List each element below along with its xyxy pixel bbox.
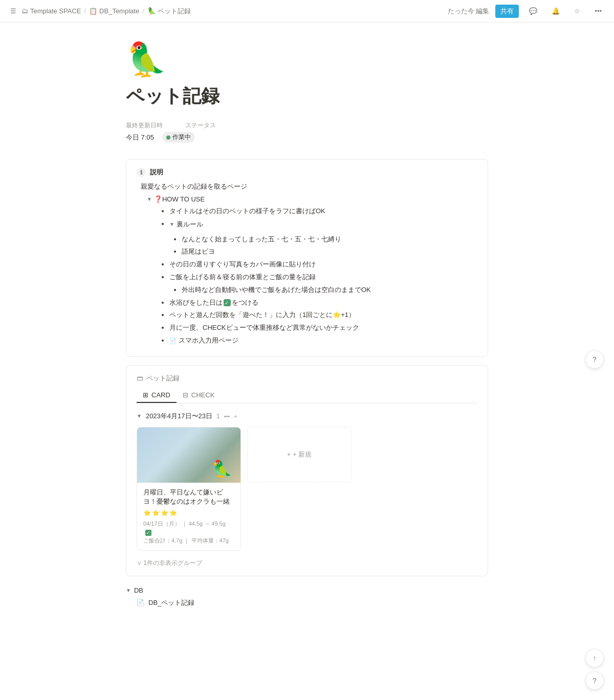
food-sub-item: 外出時など自動飼いや機でご飯をあげた場合は空白のままでOK (182, 285, 477, 296)
ura-item-1: なんとなく始まってしまった五・七・五・七・七縛り (182, 234, 477, 245)
group-count: 1 (216, 413, 220, 420)
comment-icon: 💬 (529, 7, 537, 15)
how-to-use-section: ▼ ❓HOW TO USE タイトルはその日のペットの様子をラフに書けばOK ▼… (147, 195, 477, 346)
topbar-right: たった今 編集 共有 💬 🔔 ☆ ••• (448, 5, 606, 18)
group-arrow: ▼ (137, 413, 142, 419)
list-item-ura: ▼ 裏ルール なんとなく始まってしまった五・七・五・七・七縛り 語尾はビヨ (169, 219, 477, 257)
main-content: 🦜 ペット記録 最終更新日時 ステータス 今日 7:05 作業中 ℹ 説明 親愛… (77, 22, 537, 628)
last-updated-value[interactable]: 今日 7:05 (126, 133, 154, 142)
hidden-groups-arrow: ∨ (137, 559, 142, 567)
pet-records-icon: 🗃 (137, 374, 143, 382)
properties-section: 最終更新日時 ステータス 今日 7:05 作業中 (126, 121, 488, 143)
star-4: ⭐ (169, 509, 177, 516)
list-item-food: ご飯を上げる前＆寝る前の体重とご飯の量を記録 外出時など自動飼いや機でご飯をあげ… (169, 272, 477, 296)
menu-icon[interactable]: ☰ (8, 5, 18, 17)
db-link-label: DB_ペット記録 (148, 598, 194, 607)
db-toggle[interactable]: ▼ DB (126, 586, 488, 594)
more-button[interactable]: ••• (590, 5, 606, 17)
tab-check[interactable]: ⊟ CHECK (177, 388, 221, 403)
help-mid-button[interactable]: ? (585, 350, 604, 369)
card-food: ご飯合計：4.7g (143, 537, 182, 544)
bell-button[interactable]: 🔔 (547, 5, 564, 17)
group-more[interactable]: ••• (224, 413, 230, 419)
ura-rule-toggle[interactable]: ▼ 裏ルール (169, 219, 203, 230)
card-image-1 (137, 427, 240, 483)
breadcrumb-db-template[interactable]: 📋 DB_Template (89, 7, 139, 15)
breadcrumb-pet-label: ペット記録 (158, 7, 191, 16)
hidden-groups[interactable]: ∨ 1件の非表示グループ (137, 559, 477, 568)
comment-button[interactable]: 💬 (525, 5, 541, 17)
group-add[interactable]: + (234, 413, 237, 419)
how-to-use-toggle[interactable]: ▼ ❓HOW TO USE (147, 195, 477, 203)
plus-icon: + (287, 450, 291, 458)
how-to-use-list: タイトルはその日のペットの様子をラフに書けばOK ▼ 裏ルール なんとなく始まっ… (169, 206, 477, 346)
help-bottom-button[interactable]: ? (585, 671, 604, 690)
breadcrumb-sep-1: / (84, 7, 86, 15)
check-tab-icon: ⊟ (183, 391, 188, 399)
card-weight: 44.5g → 49.5g (189, 521, 226, 527)
how-to-use-content: タイトルはその日のペットの様子をラフに書けばOK ▼ 裏ルール なんとなく始まっ… (157, 206, 477, 346)
doc-icon: 📄 (169, 336, 177, 346)
how-to-use-arrow: ▼ (147, 196, 152, 202)
group-header[interactable]: ▼ 2023年4月17日〜23日 1 ••• + (137, 412, 477, 421)
pet-card-1[interactable]: 月曜日、平日なんて嫌いビヨ！憂鬱なのはオクラも一緒 ⭐ ⭐ ⭐ ⭐ 04/17日… (137, 427, 241, 551)
db-link-section: ▼ DB 📄 DB_ペット記録 (126, 586, 488, 607)
card-separator: ｜ (182, 521, 189, 527)
pet-records-label: ペット記録 (146, 374, 180, 383)
db-toggle-label: DB (134, 586, 143, 594)
hidden-groups-label: 1件の非表示グループ (143, 559, 202, 567)
status-value[interactable]: 作業中 (162, 132, 195, 143)
share-button[interactable]: 共有 (495, 5, 519, 18)
pet-records-header[interactable]: 🗃 ペット記録 (137, 374, 477, 383)
card-tab-label: CARD (151, 391, 170, 399)
breadcrumb-template-space-label: Template SPACE (30, 7, 81, 15)
db-template-icon: 📋 (89, 7, 97, 15)
info-section-header: ℹ 説明 (137, 168, 477, 177)
pet-records-section: 🗃 ペット記録 ⊞ CARD ⊟ CHECK ▼ 2023年4月17日〜23日 … (126, 365, 488, 576)
status-dot (166, 136, 170, 140)
ura-arrow: ▼ (169, 220, 174, 229)
breadcrumb-pet-record[interactable]: 🦜 ペット記録 (147, 7, 191, 16)
description-text: 親愛なるペットの記録を取るページ (141, 182, 477, 191)
star-icon: ☆ (574, 7, 580, 15)
page-title: ペット記録 (126, 84, 488, 109)
card-meta-1: 04/17日（月） ｜ 44.5g → 49.5g ご飯合計：4.7g ｜ 平均… (143, 520, 234, 545)
card-date: 04/17日（月） (143, 521, 180, 527)
check-tab-label: CHECK (191, 391, 215, 399)
group-label: 2023年4月17日〜23日 (146, 412, 212, 421)
card-avg-sep: ｜ (184, 537, 191, 544)
property-row-date: 最終更新日時 ステータス (126, 121, 488, 130)
list-item-play: ペットと遊んだ回数を「遊べた！」に入力（1回ごとに⭐+1） (169, 310, 477, 321)
ura-rule-list: なんとなく始まってしまった五・七・五・七・七縛り 語尾はビヨ (182, 234, 477, 258)
db-link-icon: 📄 (136, 599, 144, 606)
db-toggle-arrow: ▼ (126, 588, 131, 593)
checkbox-icon (224, 299, 231, 306)
tab-card[interactable]: ⊞ CARD (137, 388, 177, 403)
card-stars-1: ⭐ ⭐ ⭐ ⭐ (143, 509, 234, 516)
info-icon: ℹ (137, 168, 146, 177)
card-checkbox (145, 530, 151, 536)
card-image-mockup-1 (137, 427, 240, 483)
star-1: ⭐ (143, 509, 151, 516)
new-card-label: + 新規 (293, 450, 312, 459)
food-sub-list: 外出時など自動飼いや機でご飯をあげた場合は空白のままでOK (182, 285, 477, 296)
info-label: 説明 (150, 168, 163, 177)
status-text: 作業中 (172, 133, 191, 142)
how-to-use-label: ❓HOW TO USE (154, 195, 205, 203)
page-emoji-icon[interactable]: 🦜 (126, 43, 488, 76)
card-avg-weight: 平均体重：47g (191, 537, 229, 544)
status-label: ステータス (185, 121, 236, 130)
list-item-check: 月に一度、CHECKビューで体重推移など異常がないかチェック (169, 323, 477, 333)
db-link-item-1[interactable]: 📄 DB_ペット記録 (136, 598, 488, 607)
new-card-button[interactable]: + + 新規 (247, 427, 352, 482)
list-item-title: タイトルはその日のペットの様子をラフに書けばOK (169, 206, 477, 217)
scroll-top-button[interactable]: ↑ (585, 649, 604, 667)
list-item-smartphone: 📄スマホ入力用ページ (169, 335, 477, 346)
last-updated-label: 最終更新日時 (126, 121, 177, 130)
card-body-1: 月曜日、平日なんて嫌いビヨ！憂鬱なのはオクラも一緒 ⭐ ⭐ ⭐ ⭐ 04/17日… (137, 483, 240, 550)
star-button[interactable]: ☆ (570, 5, 584, 17)
pet-icon: 🦜 (147, 7, 156, 15)
more-icon: ••• (595, 7, 602, 15)
db-space-icon: 🗂 (21, 7, 28, 15)
breadcrumb-template-space[interactable]: 🗂 Template SPACE (21, 7, 81, 15)
